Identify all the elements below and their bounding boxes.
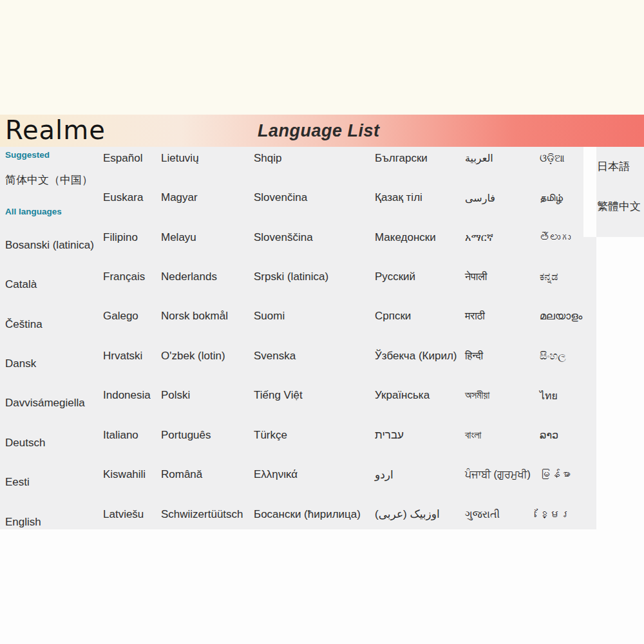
language-item[interactable]: ਪੰਜਾਬੀ (ਗੁਰਮੁਖੀ) xyxy=(465,455,531,495)
language-item[interactable]: ಕನ್ನಡ xyxy=(540,257,582,296)
language-item[interactable]: العربية xyxy=(465,138,531,178)
language-item[interactable]: ગુજરાતી xyxy=(465,495,531,534)
language-item[interactable]: Română xyxy=(161,455,243,495)
language-column-1: Suggested 简体中文（中国） All languages xyxy=(5,147,93,225)
language-item[interactable]: 繁體中文 xyxy=(597,186,641,225)
column-divider xyxy=(583,147,596,237)
language-item[interactable]: Türkçe xyxy=(254,415,361,455)
language-list-panel: Suggested 简体中文（中国） All languages Bosansk… xyxy=(0,147,644,529)
language-item[interactable]: اردو xyxy=(375,455,457,495)
language-item[interactable]: Deutsch xyxy=(5,423,94,462)
language-item[interactable]: Nederlands xyxy=(161,257,243,296)
language-item[interactable]: Македонски xyxy=(375,218,457,257)
language-item[interactable]: Filipino xyxy=(103,218,151,257)
language-item[interactable]: Босански (ћирилица) xyxy=(254,495,361,534)
top-margin xyxy=(0,0,644,115)
language-column-1-items: Bosanski (latinica)CatalàČeštinaDanskDav… xyxy=(5,225,94,542)
language-item[interactable]: Hrvatski xyxy=(103,336,151,375)
language-column-2: EspañolEuskaraFilipinoFrançaisGalegoHrva… xyxy=(103,138,151,534)
language-item[interactable]: Français xyxy=(103,257,151,296)
language-item[interactable]: ଓଡ଼ିଆ xyxy=(540,138,582,178)
language-column-4: ShqipSlovenčinaSlovenščinaSrpski (latini… xyxy=(254,138,361,534)
language-item[interactable]: Slovenščina xyxy=(254,218,361,257)
language-item[interactable]: עברית xyxy=(375,415,457,455)
language-item[interactable]: नेपाली xyxy=(465,257,531,296)
language-item[interactable]: தமிழ் xyxy=(540,178,582,217)
brand-logo: Realme xyxy=(5,115,106,147)
language-item[interactable]: অসমীয়া xyxy=(465,376,531,415)
language-item[interactable]: Ελληνικά xyxy=(254,455,361,495)
language-item[interactable]: ไทย xyxy=(540,376,582,415)
language-column-3: LietuviųMagyarMelayuNederlandsNorsk bokm… xyxy=(161,138,243,534)
language-item[interactable]: Svenska xyxy=(254,336,361,375)
language-item[interactable]: Norsk bokmål xyxy=(161,297,243,336)
language-item[interactable]: മലയാളം xyxy=(540,297,582,336)
language-item[interactable]: Polski xyxy=(161,376,243,415)
bottom-margin xyxy=(0,529,644,644)
language-item[interactable]: తెలుగు xyxy=(540,218,582,257)
language-item[interactable]: Tiếng Việt xyxy=(254,376,361,415)
language-item[interactable]: Български xyxy=(375,138,457,178)
language-item[interactable]: فارسی xyxy=(465,178,531,217)
language-item[interactable]: Srpski (latinica) xyxy=(254,257,361,296)
language-item[interactable]: Русский xyxy=(375,257,457,296)
language-item[interactable]: Português xyxy=(161,415,243,455)
language-item-suggested[interactable]: 简体中文（中国） xyxy=(5,162,93,197)
language-item[interactable]: Davvisámegiella xyxy=(5,384,94,423)
language-item[interactable]: मराठी xyxy=(465,297,531,336)
language-item[interactable]: O'zbek (lotin) xyxy=(161,336,243,375)
language-item[interactable]: हिन्दी xyxy=(465,336,531,375)
language-item[interactable]: Indonesia xyxy=(103,376,151,415)
language-column-6: العربيةفارسیአማርኛनेपालीमराठीहिन्दीঅসমীয়া… xyxy=(465,138,531,534)
language-item[interactable]: Euskara xyxy=(103,178,151,217)
language-item[interactable]: বাংলা xyxy=(465,415,531,455)
language-item[interactable]: Bosanski (latinica) xyxy=(5,225,94,265)
language-item[interactable]: Slovenčina xyxy=(254,178,361,217)
language-item[interactable]: Қазақ тілі xyxy=(375,178,457,217)
language-item[interactable]: Galego xyxy=(103,297,151,336)
language-item[interactable]: Magyar xyxy=(161,178,243,217)
language-item[interactable]: ខ្មែរ xyxy=(540,495,582,534)
language-item[interactable]: اوزبیک (عربی) xyxy=(375,495,457,534)
language-column-8: 日本語繁體中文 xyxy=(597,147,641,226)
language-item[interactable]: Ўзбекча (Кирил) xyxy=(375,336,457,375)
language-item[interactable]: မြန်မာ xyxy=(540,455,582,495)
language-item[interactable]: ລາວ xyxy=(540,415,582,455)
language-item[interactable]: Dansk xyxy=(5,344,94,383)
language-item[interactable]: Lietuvių xyxy=(161,138,243,178)
section-label-suggested: Suggested xyxy=(5,147,93,162)
language-item[interactable]: Latviešu xyxy=(103,495,151,534)
section-label-all-languages: All languages xyxy=(5,197,93,225)
language-item[interactable]: Italiano xyxy=(103,415,151,455)
language-item[interactable]: Shqip xyxy=(254,138,361,178)
language-item[interactable]: አማርኛ xyxy=(465,218,531,257)
language-item[interactable]: Eesti xyxy=(5,463,94,502)
language-column-7: ଓଡ଼ିଆதமிழ்తెలుగుಕನ್ನಡമലയാളംසිංහලไทยລາວမြ… xyxy=(540,138,582,534)
language-item[interactable]: 日本語 xyxy=(597,147,641,186)
language-item[interactable]: Català xyxy=(5,265,94,304)
language-item[interactable]: Schwiizertüütsch xyxy=(161,495,243,534)
empty-area xyxy=(596,237,644,529)
language-column-5: БългарскиҚазақ тіліМакедонскиРусскийСрпс… xyxy=(375,138,457,534)
language-item[interactable]: Українська xyxy=(375,376,457,415)
language-item[interactable]: Kiswahili xyxy=(103,455,151,495)
language-item[interactable]: Српски xyxy=(375,297,457,336)
language-item[interactable]: Melayu xyxy=(161,218,243,257)
language-item[interactable]: Suomi xyxy=(254,297,361,336)
language-item[interactable]: Čeština xyxy=(5,305,94,344)
language-item[interactable]: සිංහල xyxy=(540,336,582,375)
language-item[interactable]: Español xyxy=(103,138,151,178)
